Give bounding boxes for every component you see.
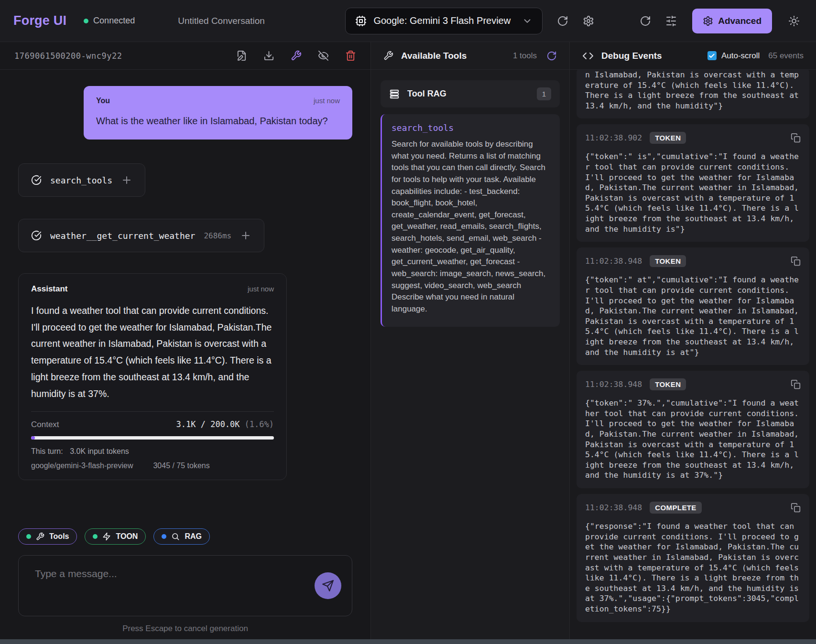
conversation-title: Untitled Conversation bbox=[178, 16, 265, 26]
wrench-icon bbox=[383, 51, 393, 61]
copy-icon[interactable] bbox=[791, 256, 801, 266]
debug-event: 11:02:38.902 TOKEN {"token":" is","cumul… bbox=[577, 124, 809, 242]
status-dot-icon bbox=[93, 534, 98, 539]
event-timestamp: 11:02:38.948 bbox=[585, 380, 642, 389]
assistant-message: Assistant just now I found a weather too… bbox=[18, 273, 287, 480]
app-header: Forge UI Connected Untitled Conversation… bbox=[0, 0, 816, 42]
chat-panel: 1769061500200-wnc9y22 bbox=[0, 42, 370, 639]
assistant-message-author: Assistant bbox=[31, 284, 68, 294]
event-timestamp: 11:02:38.948 bbox=[585, 503, 642, 512]
wrench-icon[interactable] bbox=[291, 50, 302, 61]
zap-icon bbox=[102, 532, 111, 541]
tool-card-search-tools[interactable]: search_tools Search for available tools … bbox=[381, 114, 560, 327]
turn-label: This turn: bbox=[31, 447, 63, 455]
paper-plane-icon bbox=[322, 580, 334, 592]
debug-events-list[interactable]: n Islamabad, Pakistan is overcast with a… bbox=[570, 70, 816, 639]
copy-icon[interactable] bbox=[791, 379, 801, 389]
toggle-tools[interactable]: Tools bbox=[18, 528, 77, 545]
horizontal-scrollbar[interactable] bbox=[0, 639, 816, 644]
tools-count: 1 tools bbox=[513, 51, 537, 61]
tool-description: Search for available tools by describing… bbox=[392, 139, 550, 315]
model-selector-value: Google: Gemini 3 Flash Preview bbox=[373, 15, 511, 26]
user-message-text: What is the weather like in Islamabad, P… bbox=[96, 113, 340, 129]
event-type-badge: TOKEN bbox=[650, 378, 686, 390]
check-circle-icon bbox=[31, 230, 42, 241]
checkbox-checked-icon[interactable] bbox=[707, 51, 717, 60]
refresh-debug-button[interactable] bbox=[640, 15, 651, 27]
server-icon bbox=[389, 89, 400, 99]
context-label: Context bbox=[31, 420, 59, 429]
user-message: You just now What is the weather like in… bbox=[84, 86, 352, 140]
advanced-button-label: Advanced bbox=[718, 16, 762, 26]
theme-toggle-sun-icon[interactable] bbox=[788, 15, 800, 27]
trash-icon[interactable] bbox=[345, 50, 356, 61]
context-value: 3.1K / 200.0K bbox=[176, 419, 240, 429]
event-type-badge: TOKEN bbox=[650, 132, 686, 144]
conversation-header: 1769061500200-wnc9y22 bbox=[0, 42, 370, 70]
copy-icon[interactable] bbox=[791, 133, 801, 143]
eye-off-icon[interactable] bbox=[318, 50, 329, 61]
turn-value: 3.0K input tokens bbox=[70, 447, 129, 455]
tool-rag-section-header[interactable]: Tool RAG 1 bbox=[381, 80, 560, 107]
app-logo: Forge UI bbox=[13, 13, 66, 28]
plus-expand-icon[interactable] bbox=[121, 174, 132, 186]
gear-icon bbox=[703, 16, 713, 26]
debug-events-panel: Debug Events Auto-scroll 65 events n Isl… bbox=[570, 42, 816, 639]
connection-dot-icon bbox=[84, 19, 88, 23]
plus-expand-icon[interactable] bbox=[240, 230, 251, 241]
available-tools-panel: Available Tools 1 tools Tool RAG 1 searc… bbox=[370, 42, 570, 639]
context-progress-fill bbox=[31, 436, 35, 440]
debug-event-body: {"token":" 37%.","cumulative":"I found a… bbox=[585, 398, 801, 481]
autoscroll-label: Auto-scroll bbox=[721, 51, 760, 61]
advanced-button[interactable]: Advanced bbox=[692, 9, 772, 33]
connection-label: Connected bbox=[93, 16, 135, 26]
token-counts: 3045 / 75 tokens bbox=[153, 462, 209, 470]
download-icon[interactable] bbox=[263, 50, 274, 61]
status-dot-icon bbox=[26, 534, 31, 539]
context-percent: (1.6%) bbox=[245, 419, 274, 429]
user-message-time: just now bbox=[314, 97, 340, 105]
debug-event: 11:02:38.948 COMPLETE {"response":"I fou… bbox=[577, 494, 809, 622]
model-selector[interactable]: Google: Gemini 3 Flash Preview bbox=[345, 8, 543, 34]
toggle-toon-label: TOON bbox=[116, 532, 138, 541]
refresh-tools-button[interactable] bbox=[546, 51, 557, 61]
edit-file-icon[interactable] bbox=[236, 50, 247, 61]
chevron-down-icon bbox=[522, 16, 533, 26]
assistant-message-text: I found a weather tool that can provide … bbox=[31, 302, 274, 402]
event-timestamp: 11:02:38.902 bbox=[585, 133, 642, 142]
toggle-toon[interactable]: TOON bbox=[85, 528, 146, 545]
assistant-message-time: just now bbox=[248, 285, 274, 293]
sliders-icon[interactable] bbox=[665, 15, 677, 27]
tool-call-name: search_tools bbox=[50, 175, 112, 185]
debug-event-body: n Islamabad, Pakistan is overcast with a… bbox=[585, 70, 801, 111]
tool-name: search_tools bbox=[392, 123, 550, 133]
autoscroll-toggle[interactable]: Auto-scroll bbox=[707, 51, 760, 61]
send-button[interactable] bbox=[315, 572, 341, 599]
tools-panel-title: Available Tools bbox=[401, 51, 467, 61]
event-timestamp: 11:02:38.948 bbox=[585, 257, 642, 266]
toggle-rag[interactable]: RAG bbox=[153, 528, 210, 545]
context-progress-bar bbox=[31, 436, 274, 440]
message-input[interactable] bbox=[19, 556, 352, 616]
divider bbox=[31, 411, 274, 412]
code-icon bbox=[582, 50, 594, 62]
refresh-button[interactable] bbox=[557, 15, 568, 27]
toggle-rag-label: RAG bbox=[185, 532, 202, 541]
tool-call-search-tools[interactable]: search_tools bbox=[18, 163, 145, 197]
wrench-icon bbox=[36, 532, 44, 541]
settings-gear-button[interactable] bbox=[583, 15, 594, 27]
copy-icon[interactable] bbox=[791, 503, 801, 513]
event-type-badge: COMPLETE bbox=[650, 502, 702, 514]
toggle-tools-label: Tools bbox=[49, 532, 69, 541]
event-type-badge: TOKEN bbox=[650, 255, 686, 267]
debug-event: 11:02:38.948 TOKEN {"token":" at","cumul… bbox=[577, 247, 809, 365]
events-count: 65 events bbox=[768, 51, 804, 61]
debug-event-body: {"token":" at","cumulative":"I found a w… bbox=[585, 275, 801, 357]
tool-rag-count-badge: 1 bbox=[537, 87, 551, 100]
composer-dock: Tools TOON RAG bbox=[0, 524, 370, 639]
debug-panel-title: Debug Events bbox=[601, 51, 662, 61]
tool-call-get-current-weather[interactable]: weather__get_current_weather 2686ms bbox=[18, 219, 264, 252]
escape-hint: Press Escape to cancel generation bbox=[18, 624, 352, 633]
model-id: google/gemini-3-flash-preview bbox=[31, 462, 133, 470]
debug-event: 11:02:38.948 TOKEN {"token":" 37%.","cum… bbox=[577, 371, 809, 488]
